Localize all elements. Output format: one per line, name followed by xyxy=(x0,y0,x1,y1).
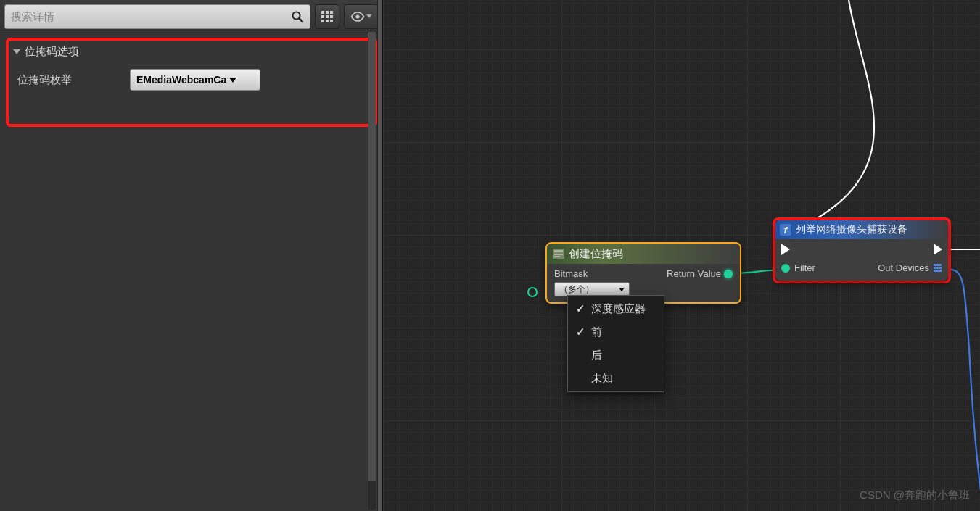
output-pins: Out Devices xyxy=(878,244,942,273)
check-icon: ✓ xyxy=(575,325,585,338)
search-icon[interactable] xyxy=(291,10,304,23)
svg-point-2 xyxy=(355,14,359,18)
dropdown-value: EMediaWebcamCa xyxy=(136,74,226,86)
bitmask-value-dropdown[interactable]: （多个） xyxy=(554,282,630,296)
chevron-down-icon xyxy=(619,288,625,291)
input-connector-icon[interactable] xyxy=(527,287,538,297)
scrollbar-thumb[interactable] xyxy=(368,32,376,481)
filter-pin[interactable]: Filter xyxy=(781,262,815,273)
search-box[interactable] xyxy=(4,4,310,29)
eye-icon xyxy=(350,12,365,22)
svg-rect-5 xyxy=(554,254,563,255)
pin-icon xyxy=(781,264,790,273)
node-body: Filter Out Devices xyxy=(775,239,948,281)
menu-item[interactable]: ✓前 xyxy=(568,320,664,344)
chevron-down-icon xyxy=(229,78,236,83)
svg-line-1 xyxy=(300,18,303,22)
menu-item[interactable]: 后 xyxy=(568,344,664,367)
menu-item-label: 深度感应器 xyxy=(591,302,646,316)
panel-resize-handle[interactable] xyxy=(377,0,383,511)
out-devices-pin[interactable]: Out Devices xyxy=(878,262,942,273)
pin-icon xyxy=(724,270,733,278)
watermark: CSDN @奔跑的小鲁班 xyxy=(860,489,970,502)
menu-item-label: 未知 xyxy=(591,372,613,386)
node-icon xyxy=(553,249,564,259)
property-label: 位掩码枚举 xyxy=(17,73,130,87)
output-pins: Return Value xyxy=(667,268,733,296)
exec-pin-icon xyxy=(781,244,790,255)
check-icon: ✓ xyxy=(575,302,585,315)
pin-label: Out Devices xyxy=(878,262,929,273)
view-options-button[interactable] xyxy=(344,4,379,29)
enum-dropdown[interactable]: EMediaWebcamCa xyxy=(130,69,260,91)
array-pin-icon xyxy=(934,264,942,273)
chevron-down-icon xyxy=(366,14,372,18)
node-title: 创建位掩码 xyxy=(569,247,623,261)
menu-item-label: 前 xyxy=(591,325,602,339)
input-pins: Bitmask （多个） xyxy=(554,268,630,296)
output-pin[interactable]: Return Value xyxy=(667,268,733,279)
section-title: 位掩码选项 xyxy=(25,45,79,59)
panel-toolbar xyxy=(0,0,383,33)
menu-item[interactable]: 未知 xyxy=(568,367,664,390)
input-pins: Filter xyxy=(781,244,815,273)
exec-in-pin[interactable] xyxy=(781,244,815,255)
details-panel: 位掩码选项 位掩码枚举 EMediaWebcamCa xyxy=(0,0,383,511)
section-header[interactable]: 位掩码选项 xyxy=(9,41,374,60)
pin-label: Bitmask xyxy=(554,268,630,279)
node-title: 列举网络摄像头捕获设备 xyxy=(796,223,907,236)
menu-item-label: 后 xyxy=(591,349,602,362)
bitmask-options-menu: ✓深度感应器✓前后未知 xyxy=(567,295,664,392)
exec-out-pin[interactable] xyxy=(934,244,942,255)
svg-rect-4 xyxy=(554,250,563,252)
highlighted-section: 位掩码选项 位掩码枚举 EMediaWebcamCa xyxy=(6,38,377,127)
node-header[interactable]: f 列举网络摄像头捕获设备 xyxy=(775,220,948,239)
exec-pin-icon xyxy=(934,244,942,255)
pin-label: Filter xyxy=(794,262,815,273)
property-matrix-button[interactable] xyxy=(315,4,339,29)
panel-scrollbar[interactable] xyxy=(368,32,376,510)
search-input[interactable] xyxy=(11,10,291,22)
dropdown-value: （多个） xyxy=(559,283,594,296)
highlighted-node: f 列举网络摄像头捕获设备 Filter Out Devices xyxy=(773,217,951,283)
function-icon: f xyxy=(780,224,791,236)
menu-item[interactable]: ✓深度感应器 xyxy=(568,297,664,320)
svg-rect-6 xyxy=(554,256,560,257)
enumerate-devices-node[interactable]: f 列举网络摄像头捕获设备 Filter Out Devices xyxy=(775,220,948,281)
property-row: 位掩码枚举 EMediaWebcamCa xyxy=(9,60,374,95)
node-header[interactable]: 创建位掩码 xyxy=(547,244,740,264)
pin-label: Return Value xyxy=(667,268,721,279)
blueprint-graph[interactable]: 创建位掩码 Bitmask （多个） Return Value ✓深度感应器✓前… xyxy=(384,0,980,511)
matrix-icon xyxy=(321,11,333,22)
expand-arrow-icon xyxy=(13,49,20,54)
